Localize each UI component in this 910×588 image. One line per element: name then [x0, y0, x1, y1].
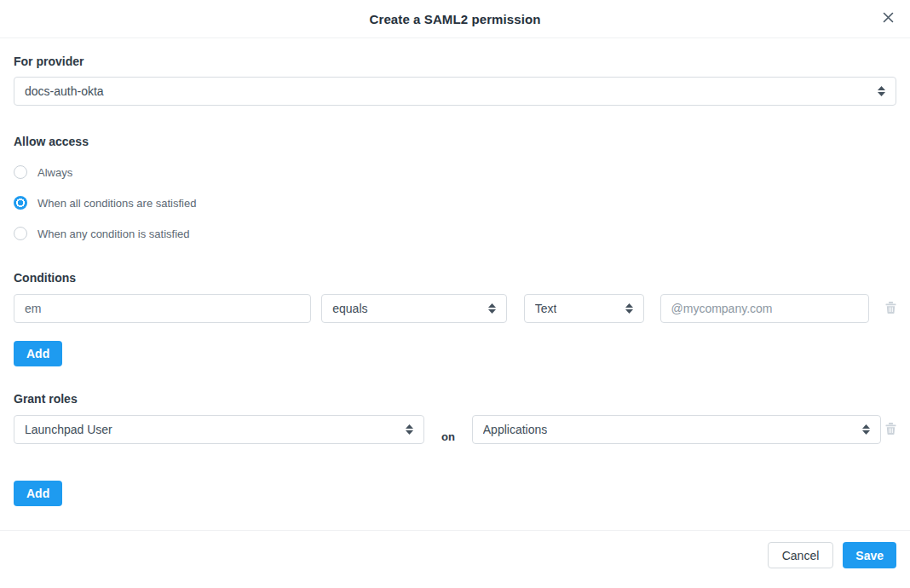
provider-select-value: docs-auth-okta: [25, 84, 104, 98]
modal-footer: Cancel Save: [0, 530, 910, 588]
radio-option-any-condition[interactable]: When any condition is satisfied: [14, 227, 896, 240]
radio-icon[interactable]: [14, 165, 27, 179]
close-icon: [883, 12, 894, 26]
conditions-section: Conditions equals Text: [14, 271, 896, 366]
trash-icon: [885, 302, 896, 316]
condition-operator-select[interactable]: equals: [321, 294, 507, 323]
conditions-label: Conditions: [14, 271, 896, 285]
grant-roles-section: Grant roles Launchpad User on Applicatio…: [14, 392, 896, 506]
grant-role-row: Launchpad User on Applications: [14, 415, 896, 444]
grant-roles-label: Grant roles: [14, 392, 896, 406]
up-down-arrows-icon: [862, 424, 870, 435]
create-saml2-permission-modal: Create a SAML2 permission For provider d…: [0, 0, 910, 588]
up-down-arrows-icon: [625, 303, 633, 314]
close-button[interactable]: [878, 9, 898, 29]
cancel-button[interactable]: Cancel: [768, 542, 834, 568]
role-select[interactable]: Launchpad User: [14, 415, 424, 444]
condition-value-input[interactable]: [660, 294, 869, 323]
on-label: on: [424, 430, 472, 443]
provider-select[interactable]: docs-auth-okta: [14, 77, 896, 106]
role-target-select[interactable]: Applications: [472, 415, 881, 444]
add-role-button[interactable]: Add: [14, 481, 62, 506]
up-down-arrows-icon: [878, 86, 885, 96]
radio-option-all-conditions[interactable]: When all conditions are satisfied: [14, 196, 896, 210]
up-down-arrows-icon: [406, 424, 413, 435]
condition-type-select[interactable]: Text: [524, 294, 644, 323]
condition-operator-value: equals: [332, 302, 367, 315]
role-select-value: Launchpad User: [25, 423, 112, 436]
role-target-value: Applications: [483, 423, 548, 436]
provider-label: For provider: [14, 55, 896, 68]
allow-access-label: Allow access: [14, 135, 896, 148]
provider-section: For provider docs-auth-okta: [14, 55, 896, 106]
radio-selected-icon[interactable]: [14, 196, 27, 210]
modal-body: For provider docs-auth-okta Allow access…: [0, 38, 910, 530]
modal-title: Create a SAML2 permission: [370, 12, 541, 26]
save-button[interactable]: Save: [843, 542, 896, 568]
allow-access-radio-group: Always When all conditions are satisfied…: [14, 165, 896, 240]
allow-access-section: Allow access Always When all conditions …: [14, 135, 896, 240]
radio-icon[interactable]: [14, 227, 27, 240]
up-down-arrows-icon: [488, 303, 496, 314]
condition-row: equals Text: [14, 294, 896, 323]
modal-header: Create a SAML2 permission: [0, 0, 910, 38]
radio-option-always[interactable]: Always: [14, 165, 896, 179]
trash-icon: [885, 423, 896, 437]
delete-role-button[interactable]: [885, 423, 896, 437]
radio-label: When any condition is satisfied: [37, 228, 189, 240]
radio-label: When all conditions are satisfied: [37, 197, 196, 210]
delete-condition-button[interactable]: [885, 302, 896, 316]
condition-field-input[interactable]: [14, 294, 311, 323]
condition-type-value: Text: [535, 302, 557, 315]
add-condition-button[interactable]: Add: [14, 341, 62, 366]
radio-label: Always: [37, 166, 72, 179]
